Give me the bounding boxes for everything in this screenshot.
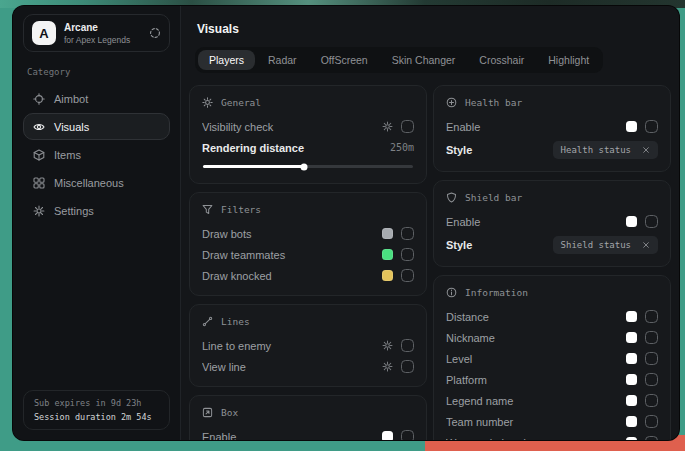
slider[interactable] [203,165,413,168]
card-title: Health bar [465,97,522,108]
checkbox[interactable] [645,394,658,407]
row-style: StyleShield status [446,232,658,257]
row-label: Nickname [446,332,626,344]
loader-icon[interactable] [149,27,161,39]
brand-subtitle: for Apex Legends [64,35,141,45]
row-label: Visibility check [202,121,382,133]
checkbox[interactable] [645,310,658,323]
color-swatch[interactable] [626,437,637,440]
checkbox[interactable] [401,339,414,352]
color-swatch[interactable] [382,249,393,260]
checkbox[interactable] [401,227,414,240]
sidebar-item-miscellaneous[interactable]: Miscellaneous [23,169,170,196]
row-label: Level [446,353,626,365]
row-enable: Enable [446,116,658,137]
style-select-value: Shield status [561,240,631,250]
sidebar-item-items[interactable]: Items [23,141,170,168]
gear-icon[interactable] [382,121,393,132]
tab-crosshair[interactable]: Crosshair [468,50,535,70]
card-title: Filters [221,204,261,215]
gear-icon [33,205,45,217]
color-swatch[interactable] [626,311,637,322]
color-swatch[interactable] [626,332,637,343]
card-header: Lines [202,313,414,335]
checkbox[interactable] [645,352,658,365]
brand-logo: A [32,21,56,45]
brand-card: A Arcane for Apex Legends [23,14,170,52]
gear-icon[interactable] [382,361,393,372]
row-visibility-check: Visibility check [202,116,414,137]
checkbox[interactable] [645,120,658,133]
row-rendering-distance: Rendering distance250m [202,137,414,174]
row-controls [382,227,414,240]
row-level: Level [446,348,658,369]
row-label: Style [446,239,553,251]
card-title: Box [221,407,238,418]
row-platform: Platform [446,369,658,390]
style-select-value: Health status [561,145,631,155]
checkbox[interactable] [645,415,658,428]
card-header: Health bar [446,94,658,116]
tab-highlight[interactable]: Highlight [537,50,600,70]
row-team-number: Team number [446,411,658,432]
checkbox[interactable] [401,360,414,373]
row-controls [382,269,414,282]
crosshair-icon [33,93,45,105]
color-swatch[interactable] [382,270,393,281]
row-controls [626,436,658,440]
row-controls [382,248,414,261]
color-swatch[interactable] [626,353,637,364]
row-label: Rendering distance [202,142,390,154]
row-style: StyleHealth status [446,137,658,162]
color-swatch[interactable] [626,216,637,227]
gear-icon[interactable] [382,340,393,351]
checkbox[interactable] [401,430,414,440]
checkbox[interactable] [645,436,658,440]
row-label: Legend name [446,395,626,407]
row-label: Weapon in hands [446,437,626,441]
style-select[interactable]: Shield status [553,236,658,254]
checkbox[interactable] [645,331,658,344]
color-swatch[interactable] [626,416,637,427]
sidebar-item-settings[interactable]: Settings [23,197,170,224]
row-label: Draw knocked [202,270,382,282]
tab-offscreen[interactable]: OffScreen [310,50,379,70]
style-select[interactable]: Health status [553,141,658,159]
card-title: Shield bar [465,192,522,203]
card-title: General [221,97,261,108]
checkbox[interactable] [401,120,414,133]
category-label: Category [27,67,166,77]
sidebar-item-aimbot[interactable]: Aimbot [23,85,170,112]
health-icon [446,97,457,108]
row-draw-teammates: Draw teammates [202,244,414,265]
color-swatch[interactable] [626,374,637,385]
tab-skin-changer[interactable]: Skin Changer [381,50,467,70]
package-icon [33,149,45,161]
slider-thumb[interactable] [300,163,307,170]
checkbox[interactable] [401,269,414,282]
row-controls [626,352,658,365]
close-icon[interactable] [642,146,650,154]
sidebar-item-visuals[interactable]: Visuals [23,113,170,140]
card-header: Box [202,404,414,426]
checkbox[interactable] [645,215,658,228]
card-header: Filters [202,201,414,223]
color-swatch[interactable] [382,431,393,440]
row-label: Distance [446,311,626,323]
tab-players[interactable]: Players [198,50,255,70]
sidebar-item-label: Items [54,149,81,161]
card-box: BoxEnableEnable background [189,395,427,440]
sun-icon [202,97,213,108]
checkbox[interactable] [645,373,658,386]
color-swatch[interactable] [626,395,637,406]
grid-icon [33,177,45,189]
row-label: Line to enemy [202,340,382,352]
color-swatch[interactable] [382,228,393,239]
box-icon [202,407,213,418]
row-label: Enable [446,121,626,133]
checkbox[interactable] [401,248,414,261]
close-icon[interactable] [642,241,650,249]
arcane-window: A Arcane for Apex Legends Category Aimbo… [12,5,680,441]
color-swatch[interactable] [626,121,637,132]
tab-radar[interactable]: Radar [257,50,308,70]
